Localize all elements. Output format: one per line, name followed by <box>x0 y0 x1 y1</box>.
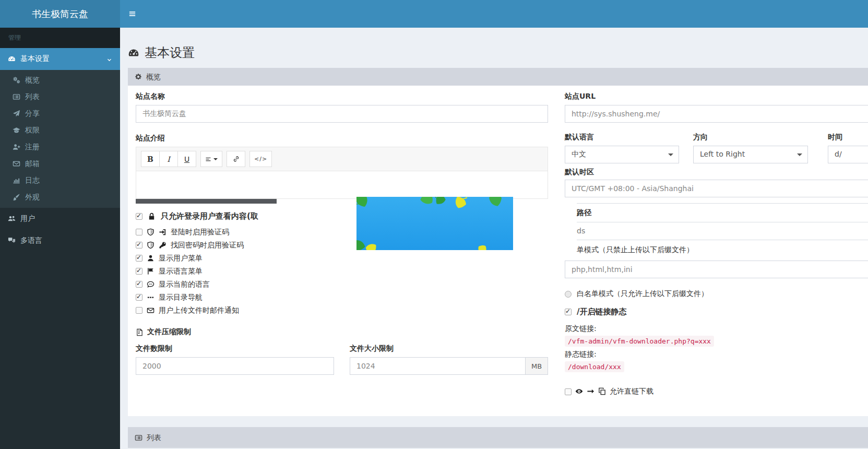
code-view-button[interactable]: </> <box>249 151 272 167</box>
static-link-toggle-row: /开启链接静态 <box>565 307 868 317</box>
page-title: 基本设置 <box>128 44 860 61</box>
whitelist-mode-row: 白名单模式（只允许上传以下后缀文件） <box>565 289 868 299</box>
sidebar-item-label: 概览 <box>25 76 40 85</box>
leaf-icon <box>364 241 381 250</box>
sidebar: 管理 基本设置 概览 列表 分享 权限 <box>0 28 120 449</box>
sidebar-item-share[interactable]: 分享 <box>0 105 120 122</box>
eye-icon <box>575 387 583 396</box>
insert-link-button[interactable] <box>227 151 245 167</box>
brand-logo[interactable]: 书生极简云盘 <box>0 0 120 28</box>
site-url-input[interactable] <box>565 105 868 123</box>
default-timezone-input[interactable] <box>565 180 868 197</box>
sidebar-item-label: 日志 <box>25 176 40 185</box>
code-icon: </> <box>254 156 267 162</box>
checkbox[interactable] <box>136 255 142 262</box>
default-language-select[interactable]: 中文 <box>565 146 679 163</box>
option-row: 显示目录导航 <box>136 293 360 302</box>
time-format-select[interactable]: d/ <box>828 146 868 163</box>
checkbox[interactable] <box>136 281 142 288</box>
option-label: 用户上传文件时邮件通知 <box>159 306 239 315</box>
hamburger-icon <box>128 10 136 18</box>
sidebar-item-mail[interactable]: 邮箱 <box>0 156 120 172</box>
sidebar-section-label: 管理 <box>0 28 120 48</box>
sidebar-item-label: 多语言 <box>20 236 42 245</box>
checkbox[interactable] <box>136 307 142 314</box>
sidebar-item-list[interactable]: 列表 <box>0 89 120 105</box>
shield-icon <box>147 241 154 250</box>
option-label: 找回密码时启用验证码 <box>171 241 244 250</box>
site-url-label: 站点URL <box>565 92 868 101</box>
sidebar-item-permission[interactable]: 权限 <box>0 122 120 139</box>
list-icon <box>13 93 20 101</box>
checkbox[interactable] <box>136 294 142 301</box>
sidebar-item-label: 列表 <box>25 92 40 102</box>
bold-button[interactable]: B <box>141 151 160 167</box>
rich-text-editor: B I U </> <box>136 147 548 199</box>
leaf-icon <box>473 241 491 250</box>
tachometer-icon <box>8 55 16 63</box>
sidebar-item-log[interactable]: 日志 <box>0 172 120 189</box>
file-size-input[interactable] <box>350 357 526 375</box>
sign-in-icon <box>159 228 167 237</box>
site-name-input[interactable] <box>136 105 548 123</box>
editor-content[interactable] <box>136 171 548 198</box>
italic-button[interactable]: I <box>159 151 178 167</box>
list-panel-header[interactable]: 列表 <box>128 427 868 448</box>
sidebar-item-multilang[interactable]: 多语言 <box>0 230 120 252</box>
envelope-icon <box>147 306 154 315</box>
sidebar-item-register[interactable]: 注册 <box>0 139 120 156</box>
bar-chart-icon <box>13 176 20 185</box>
original-link-code: /vfm-admin/vfm-downloader.php?q=xxx <box>565 336 714 347</box>
paper-plane-icon <box>13 110 20 118</box>
checkbox[interactable] <box>136 213 142 220</box>
sidebar-item-appearance[interactable]: 外观 <box>0 189 120 206</box>
list-panel-title: 列表 <box>147 427 161 448</box>
direct-download-label: 允许直链下载 <box>610 387 653 396</box>
top-navbar <box>120 0 868 28</box>
checkbox[interactable] <box>136 268 142 275</box>
default-language-label: 默认语言 <box>565 133 679 142</box>
underline-button[interactable]: U <box>177 151 196 167</box>
file-count-input[interactable] <box>136 357 334 375</box>
static-link-checkbox[interactable] <box>565 309 572 315</box>
static-link-code: /download/xxx <box>565 361 624 372</box>
overview-panel-title: 概览 <box>146 68 161 86</box>
sidebar-toggle-button[interactable] <box>120 0 144 28</box>
checkbox[interactable] <box>136 242 142 249</box>
option-label: 显示语言菜单 <box>159 267 203 276</box>
copy-icon <box>598 387 606 396</box>
option-row: 只允许登录用户查看内容(取 <box>136 211 360 222</box>
sidebar-item-overview[interactable]: 概览 <box>0 72 120 89</box>
option-row: 找回密码时启用验证码 <box>136 241 360 250</box>
option-label: 显示当前的语言 <box>159 280 210 289</box>
direct-download-checkbox[interactable] <box>565 388 572 395</box>
sidebar-item-base-settings[interactable]: 基本设置 <box>0 48 120 70</box>
direction-select[interactable]: Left to Right <box>693 146 808 163</box>
caret-down-icon <box>213 158 218 162</box>
whitelist-radio[interactable] <box>565 291 572 298</box>
checkbox[interactable] <box>136 229 142 235</box>
chevron-down-icon <box>106 55 112 63</box>
original-link-label: 原文链接: <box>565 324 868 334</box>
direct-download-row: 允许直链下载 <box>565 387 868 396</box>
leaf-icon <box>451 197 471 211</box>
selected-time-format: d/ <box>835 150 842 158</box>
theme-banner-image <box>356 197 513 250</box>
option-row: 显示用户菜单 <box>136 254 360 263</box>
user-icon <box>147 254 154 263</box>
arrow-right-icon <box>587 387 594 396</box>
sidebar-item-label: 注册 <box>25 143 40 152</box>
overview-panel-header[interactable]: 概览 <box>128 68 868 86</box>
list-style-button[interactable] <box>200 151 222 167</box>
overview-panel: 概览 站点名称 站点介绍 B I U <box>128 68 868 416</box>
upload-path-value[interactable]: ds <box>577 222 868 240</box>
extension-list-input[interactable] <box>565 261 868 278</box>
editor-scrollbar[interactable] <box>136 199 277 204</box>
sidebar-item-users[interactable]: 用户 <box>0 208 120 230</box>
leaf-icon <box>433 197 446 206</box>
option-list: 只允许登录用户查看内容(取 登陆时启用验证码 找回密码时启用 <box>136 211 360 315</box>
sidebar-item-label: 权限 <box>25 126 40 135</box>
list-panel: 列表 <box>128 427 868 448</box>
paint-brush-icon <box>13 193 20 202</box>
language-icon <box>8 237 16 245</box>
